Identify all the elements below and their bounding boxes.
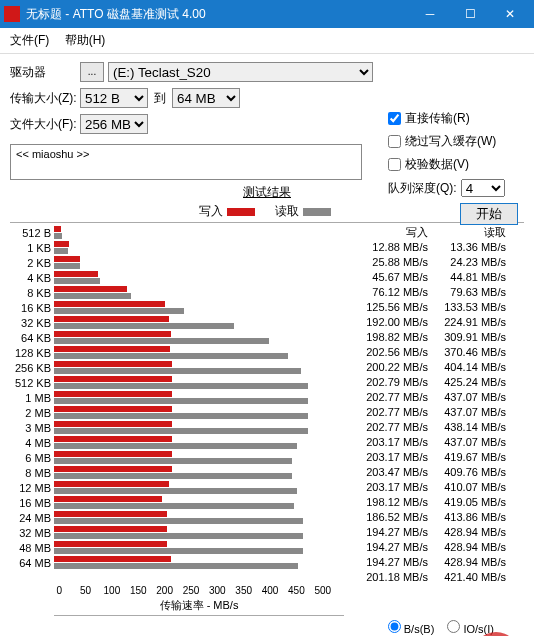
bar-group [54,540,344,555]
bypass-cache-label: 绕过写入缓存(W) [405,133,496,150]
read-bar [54,458,292,464]
minimize-button[interactable]: ─ [410,0,450,28]
write-bar [54,361,172,367]
bar-group [54,285,344,300]
close-button[interactable]: ✕ [490,0,530,28]
chart-row: 3 MB [10,420,350,435]
bypass-cache-checkbox[interactable] [388,135,401,148]
table-row: 202.77 MB/s438.14 MB/s [350,420,506,435]
queue-depth-label: 队列深度(Q): [388,180,457,197]
x-tick: 200 [151,585,177,596]
transfer-max-select[interactable]: 64 MB [172,88,240,108]
direct-io-checkbox[interactable] [388,112,401,125]
x-tick: 400 [257,585,283,596]
chart-row: 32 MB [10,525,350,540]
read-value: 309.91 MB/s [428,330,506,345]
table-row: 202.56 MB/s370.46 MB/s [350,345,506,360]
write-bar [54,286,127,292]
table-row: 198.12 MB/s419.05 MB/s [350,495,506,510]
table-row: 203.47 MB/s409.76 MB/s [350,465,506,480]
write-bar [54,316,169,322]
title-bar: 无标题 - ATTO 磁盘基准测试 4.00 ─ ☐ ✕ [0,0,534,28]
description-box[interactable]: << miaoshu >> [10,144,362,180]
read-value: 438.14 MB/s [428,420,506,435]
drive-label: 驱动器 [10,64,80,81]
table-row: 200.22 MB/s404.14 MB/s [350,360,506,375]
read-bar [54,248,68,254]
data-table: 写入 读取 12.88 MB/s13.36 MB/s25.88 MB/s24.2… [350,225,506,585]
menu-file[interactable]: 文件(F) [4,30,55,51]
chart-row: 1 KB [10,240,350,255]
app-icon [4,6,20,22]
row-label: 4 MB [10,437,54,449]
bar-group [54,375,344,390]
write-bar [54,556,171,562]
bar-group [54,435,344,450]
file-size-select[interactable]: 256 MB [80,114,148,134]
chart-row: 2 MB [10,405,350,420]
read-bar [54,293,131,299]
verify-data-checkbox[interactable] [388,158,401,171]
table-row: 186.52 MB/s413.86 MB/s [350,510,506,525]
chart-row: 4 KB [10,270,350,285]
write-bar [54,436,172,442]
read-value: 224.91 MB/s [428,315,506,330]
row-label: 8 KB [10,287,54,299]
read-bar [54,488,297,494]
bar-group [54,300,344,315]
queue-depth-select[interactable]: 4 [461,179,505,197]
write-value: 202.77 MB/s [350,390,428,405]
chart-row: 1 MB [10,390,350,405]
x-tick: 150 [125,585,151,596]
chart-row: 16 KB [10,300,350,315]
write-bar [54,496,162,502]
row-label: 8 MB [10,467,54,479]
read-bar [54,368,301,374]
write-bar [54,391,172,397]
unit-radios: B/s(B) IO/s(I) [10,616,524,636]
menu-help[interactable]: 帮助(H) [59,30,112,51]
read-bar [54,233,62,239]
read-bar [54,428,308,434]
chart-row: 128 KB [10,345,350,360]
unit-bs-radio[interactable] [388,620,401,633]
chart-row: 12 MB [10,480,350,495]
table-row: 194.27 MB/s428.94 MB/s [350,555,506,570]
transfer-min-select[interactable]: 512 B [80,88,148,108]
bar-group [54,390,344,405]
row-label: 2 MB [10,407,54,419]
write-bar [54,466,172,472]
col-header-write: 写入 [350,225,428,240]
read-bar [54,383,308,389]
read-value: 24.23 MB/s [428,255,506,270]
write-value: 203.17 MB/s [350,450,428,465]
write-value: 45.67 MB/s [350,270,428,285]
read-value: 419.67 MB/s [428,450,506,465]
row-label: 256 KB [10,362,54,374]
read-bar [54,338,269,344]
drive-select[interactable]: (E:) Teclast_S20 [108,62,373,82]
start-button[interactable]: 开始 [460,203,518,225]
maximize-button[interactable]: ☐ [450,0,490,28]
write-value: 202.79 MB/s [350,375,428,390]
row-label: 64 MB [10,557,54,569]
write-value: 202.77 MB/s [350,405,428,420]
read-value: 410.07 MB/s [428,480,506,495]
read-value: 44.81 MB/s [428,270,506,285]
bar-group [54,255,344,270]
write-bar [54,421,172,427]
read-bar [54,308,184,314]
row-label: 6 MB [10,452,54,464]
table-row: 76.12 MB/s79.63 MB/s [350,285,506,300]
chart-row: 512 B [10,225,350,240]
read-value: 437.07 MB/s [428,390,506,405]
chart-row: 6 MB [10,450,350,465]
direct-io-label: 直接传输(R) [405,110,470,127]
chart-row: 64 KB [10,330,350,345]
row-label: 24 MB [10,512,54,524]
write-bar [54,331,171,337]
x-tick: 250 [178,585,204,596]
menu-bar: 文件(F) 帮助(H) [0,28,534,54]
to-label: 到 [154,90,166,107]
browse-button[interactable]: ... [80,62,104,82]
